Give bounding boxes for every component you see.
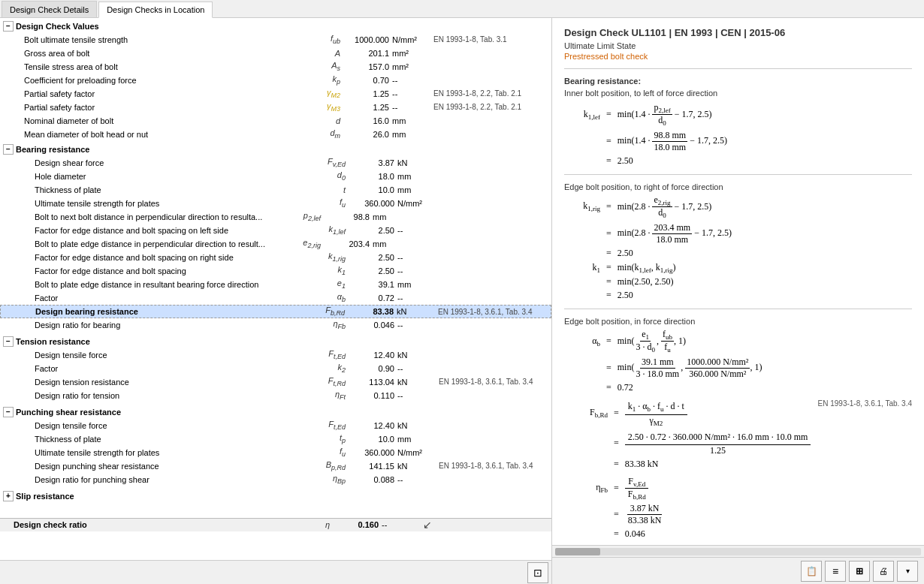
main-container: Design Check Details Design Checks in Lo… [0,0,924,584]
more-button[interactable]: ▾ [897,561,918,582]
list-item[interactable]: Factor for edge distance and bolt spacin… [0,224,551,237]
tab-design-checks-location[interactable]: Design Checks in Location [98,2,213,18]
list-item[interactable]: Coefficient for preloading force kp 0.70… [0,74,551,87]
screenshot-button[interactable]: ⊡ [527,562,548,583]
group-bearing-resistance[interactable]: − Bearing resistance [0,143,551,156]
list-item[interactable]: Bolt ultimate tensile strength fub 1000.… [0,33,551,47]
expand-icon[interactable]: − [3,407,14,417]
list-item[interactable]: Ultimate tensile strength for plates fu … [0,197,551,210]
list-item[interactable]: Bolt to plate edge distance in resultant… [0,278,551,291]
tab-design-check-details[interactable]: Design Check Details [2,1,97,17]
fb-formula-box: EN 1993-1-8, 3.6.1, Tab. 3.4 Fb,Rd = k1 … [564,399,912,470]
list-item-selected[interactable]: Design bearing resistance Fb,Rd 83.38 kN… [0,305,551,318]
expand-icon[interactable]: + [3,491,14,501]
list-item[interactable]: Factor for edge distance and bolt spacin… [0,264,551,278]
list-item[interactable]: Thickness of plate tp 10.0 mm [0,432,551,446]
split-layout: − Design Check Values Bolt ultimate tens… [0,18,924,584]
list-item[interactable]: Tensile stress area of bolt As 157.0 mm² [0,60,551,74]
grid-button[interactable]: ⊞ [849,561,870,582]
bearing-inner-subtitle: Inner bolt position, to left of force di… [564,89,912,98]
right-bottom-toolbar: 📋 ≡ ⊞ 🖨 ▾ [552,557,924,584]
list-item[interactable]: Factor for edge distance and bolt spacin… [0,251,551,264]
list-item[interactable]: Design shear force Fv,Ed 3.87 kN [0,156,551,170]
force-direction-subtitle: Edge bolt position, in force direction [564,317,912,326]
expand-icon[interactable]: − [3,21,14,32]
list-item[interactable]: Design tensile force Ft,Ed 12.40 kN [0,419,551,432]
left-bottom-toolbar: ⊡ [0,560,551,584]
footer-design-check-ratio[interactable]: Design check ratio η 0.160 -- ↙ [0,518,551,531]
expand-icon[interactable]: − [3,144,14,155]
list-item[interactable]: Mean diameter of bolt head or nut dm 26.… [0,128,551,141]
scrollbar-thumb[interactable] [555,548,600,555]
list-item[interactable]: Partial safety factor γM3 1.25 -- EN 199… [0,101,551,114]
list-item[interactable]: Design tensile force Ft,Ed 12.40 kN [0,348,551,362]
group-slip-resistance[interactable]: + Slip resistance [0,489,551,503]
list-item[interactable]: Thickness of plate t 10.0 mm [0,183,551,197]
right-content[interactable]: Design Check UL1101 | EN 1993 | CEN | 20… [552,18,924,545]
list-item[interactable]: Ultimate tensile strength for plates fu … [0,446,551,459]
tree-content[interactable]: − Design Check Values Bolt ultimate tens… [0,18,551,560]
right-subtitle: Prestressed bolt check [564,52,912,61]
list-item[interactable]: Hole diameter d0 18.0 mm [0,170,551,183]
copy-button[interactable]: 📋 [801,561,822,582]
group-design-check-values[interactable]: − Design Check Values [0,20,551,33]
group-tension-resistance[interactable]: − Tension resistance [0,335,551,348]
scrollbar-track [555,548,921,555]
list-item[interactable]: Gross area of bolt A 201.1 mm² [0,47,551,60]
left-panel: − Design Check Values Bolt ultimate tens… [0,18,552,584]
list-item[interactable]: Design ratio for tension ηFt 0.110 -- [0,389,551,402]
list-item[interactable]: Design ratio for punching shear ηBp 0.08… [0,473,551,486]
list-item[interactable]: Design punching shear resistance Bp,Rd 1… [0,459,551,473]
print-button[interactable]: 🖨 [873,561,894,582]
fb-ref: EN 1993-1-8, 3.6.1, Tab. 3.4 [818,399,912,408]
list-item[interactable]: Bolt to plate edge distance in perpendic… [0,237,551,251]
right-title: Design Check UL1101 | EN 1993 | CEN | 20… [564,27,912,38]
right-state: Ultimate Limit State [564,41,912,50]
expand-icon[interactable]: − [3,336,14,347]
list-item[interactable]: Nominal diameter of bolt d 16.0 mm [0,114,551,128]
horizontal-scrollbar[interactable] [552,545,924,557]
list-item[interactable]: Partial safety factor γM2 1.25 -- EN 199… [0,87,551,101]
list-item[interactable]: Factor αb 0.72 -- [0,291,551,305]
bearing-title: Bearing resistance: [564,77,912,86]
bearing-section: Bearing resistance: Inner bolt position,… [564,77,912,540]
group-punching-shear[interactable]: − Punching shear resistance [0,405,551,419]
bearing-edge-subtitle: Edge bolt position, to right of force di… [564,182,912,191]
list-item[interactable]: Factor k2 0.90 -- [0,362,551,375]
list-item[interactable]: Bolt to next bolt distance in perpendicu… [0,210,551,224]
list-item[interactable]: Design ratio for bearing ηFb 0.046 -- [0,318,551,332]
list-button[interactable]: ≡ [825,561,846,582]
tabs-bar: Design Check Details Design Checks in Lo… [0,0,924,18]
right-panel: Design Check UL1101 | EN 1993 | CEN | 20… [552,18,924,584]
list-item[interactable]: Design tension resistance Ft,Rd 113.04 k… [0,375,551,389]
